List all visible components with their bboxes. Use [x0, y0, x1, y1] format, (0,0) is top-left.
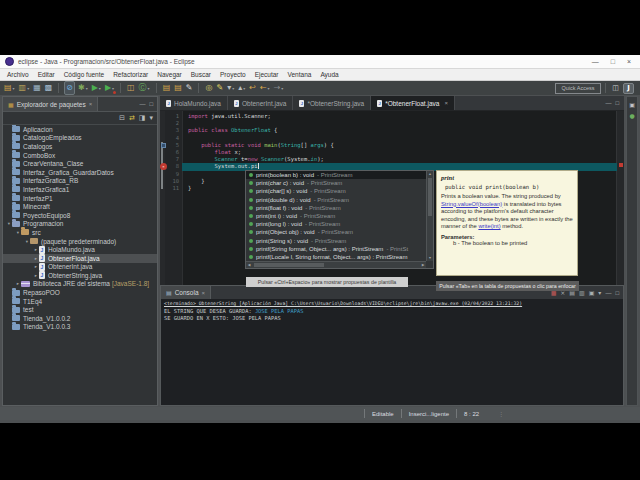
- debug-icon[interactable]: ✱▾: [77, 82, 89, 94]
- save-all-icon[interactable]: ▩: [44, 82, 54, 94]
- code-line[interactable]: import java.util.Scanner;: [188, 113, 271, 120]
- dropdown-arrow-icon[interactable]: ▾: [232, 86, 234, 91]
- java-perspective-button[interactable]: J: [623, 83, 634, 94]
- focus-active-task-icon[interactable]: ◨: [139, 113, 146, 123]
- tree-item-obtenerfloat-java[interactable]: ▸JObtenerFloat.java: [3, 254, 157, 263]
- overview-ruler[interactable]: [616, 111, 624, 285]
- scroll-up-icon[interactable]: ▲: [427, 171, 433, 177]
- new-menu-icon[interactable]: ▥▾: [18, 82, 31, 94]
- forward-icon[interactable]: →▾: [273, 82, 285, 94]
- error-overview-mark[interactable]: [619, 163, 623, 167]
- error-marker-icon[interactable]: ×: [160, 163, 167, 170]
- tree-item-combobox[interactable]: ComboBox: [3, 151, 157, 160]
- prev-annotation-icon[interactable]: ▴▾: [237, 82, 246, 94]
- dropdown-arrow-icon[interactable]: ▾: [27, 86, 29, 91]
- tree-item-t1eq4[interactable]: T1Eq4: [3, 297, 157, 306]
- assist-item[interactable]: print(char c) : void- PrintStream: [246, 179, 426, 187]
- tree-item-holamundo-java[interactable]: ▸JHolaMundo.java: [3, 245, 157, 254]
- scrollbar-thumb[interactable]: [428, 178, 432, 216]
- minimize-editor-button[interactable]: —: [605, 100, 611, 106]
- run-icon[interactable]: ▶▾: [91, 82, 102, 94]
- editor-tab-holamundo-java[interactable]: JHolaMundo.java: [160, 96, 228, 110]
- assist-item[interactable]: printf(String format, Object... args) : …: [246, 245, 426, 253]
- dropdown-arrow-icon[interactable]: ▾: [148, 86, 150, 91]
- tab-console[interactable]: ▤ Consola ×: [161, 286, 211, 299]
- assist-item[interactable]: print(int i) : void- PrintStream: [246, 212, 426, 220]
- collapse-all-icon[interactable]: ⊟: [119, 113, 125, 123]
- menu-proyecto[interactable]: Proyecto: [220, 71, 246, 78]
- close-console-icon[interactable]: ×: [202, 290, 206, 296]
- scroll-right-icon[interactable]: ▶: [420, 262, 426, 268]
- hscrollbar-thumb[interactable]: [254, 263, 324, 267]
- tree-item-poyectoequipo8[interactable]: PoyectoEquipo8: [3, 211, 157, 220]
- menu-ayuda[interactable]: Ayuda: [320, 71, 338, 78]
- menu-ejecutar[interactable]: Ejecutar: [255, 71, 279, 78]
- tree-item-crearventana-clase[interactable]: CrearVentana_Clase: [3, 159, 157, 168]
- mark-occurrences-icon[interactable]: ✎: [215, 82, 224, 94]
- menu-c-digo-fuente[interactable]: Código fuente: [64, 71, 104, 78]
- tree-item-minecraft[interactable]: Minecraft: [3, 202, 157, 211]
- skip-all-breakpoints-icon[interactable]: ⊘: [64, 81, 75, 95]
- code-line[interactable]: }: [188, 178, 205, 185]
- save-icon[interactable]: ▦: [32, 82, 42, 94]
- tree-item-tienda-v1-0-0-2[interactable]: Tienda_V1.0.0.2: [3, 314, 157, 323]
- code-line[interactable]: float x;: [188, 149, 241, 156]
- minimize-console-button[interactable]: —: [605, 290, 611, 296]
- tree-item-repasopoo[interactable]: RepasoPOO: [3, 288, 157, 297]
- tree-item-interfazgrafica1[interactable]: InterfazGrafica1: [3, 185, 157, 194]
- minimized-view-2-icon[interactable]: ●: [629, 112, 634, 119]
- quick-access-input[interactable]: Quick Access: [555, 83, 601, 94]
- assist-horizontal-scrollbar[interactable]: ◀ ▶: [246, 261, 426, 268]
- dropdown-arrow-icon[interactable]: ▾: [112, 86, 114, 91]
- tree-item-interfazgrafica-rb[interactable]: InterfazGrafica_RB: [3, 177, 157, 186]
- assist-item[interactable]: print(char[] s) : void- PrintStream: [246, 187, 426, 195]
- next-annotation-icon[interactable]: ▾▾: [226, 82, 235, 94]
- search-icon[interactable]: ◎: [204, 82, 213, 94]
- tree-item-obtenerstring-java[interactable]: ▸JObtenerString.java: [3, 271, 157, 280]
- tree-item-interfazp1[interactable]: InterfazP1: [3, 194, 157, 203]
- tree-item-programacion[interactable]: ▾Programacion: [3, 220, 157, 229]
- close-tab-icon[interactable]: ×: [444, 100, 448, 106]
- new-java-project-icon[interactable]: ◫: [126, 82, 136, 94]
- menu-ventana[interactable]: Ventana: [288, 71, 312, 78]
- project-tree[interactable]: AplicacionCatalogoEmpleadosCatalogosComb…: [3, 125, 157, 405]
- minimize-view-button[interactable]: —: [139, 101, 145, 107]
- run-last-problem-icon[interactable]: ▶▾: [104, 82, 115, 94]
- tree-item-interfaz-grafica-guardardatos[interactable]: Interfaz_Grafica_GuardarDatos: [3, 168, 157, 177]
- tree-item-paquete-predeterminado[interactable]: ▾(paquete predeterminado): [3, 237, 157, 246]
- last-edit-location-icon[interactable]: ↩: [248, 82, 257, 94]
- javadoc-link[interactable]: String.valueOf(boolean): [441, 201, 502, 207]
- code-line[interactable]: public class ObtenerFloat {: [188, 127, 277, 134]
- console-output[interactable]: <terminado> ObtenerString [Aplicación Ja…: [161, 299, 623, 405]
- assist-item[interactable]: print(Object obj) : void- PrintStream: [246, 228, 426, 236]
- tree-item-obtenerint-java[interactable]: ▸JObtenerInt.java: [3, 263, 157, 272]
- tree-item-biblioteca-jre-del-sistema[interactable]: ▸Biblioteca JRE del sistema[JavaSE-1.8]: [3, 280, 157, 289]
- maximize-editor-button[interactable]: □: [615, 100, 619, 106]
- line-number-gutter[interactable]: 1234567891011: [165, 111, 183, 285]
- dropdown-arrow-icon[interactable]: ▾: [243, 86, 245, 91]
- scroll-left-icon[interactable]: ◀: [246, 262, 252, 268]
- maximize-button[interactable]: □: [611, 55, 615, 69]
- tab-package-explorer[interactable]: ▦ Explorador de paquetes ×: [3, 97, 98, 111]
- back-icon[interactable]: ←▾: [259, 82, 271, 94]
- close-button[interactable]: ×: [627, 55, 631, 69]
- launch-marker-icon[interactable]: [161, 143, 166, 148]
- assist-item[interactable]: print(String s) : void- PrintStream: [246, 237, 426, 245]
- open-type-icon[interactable]: ▤: [162, 82, 172, 94]
- new-class-icon[interactable]: Ⓒ▾: [138, 82, 151, 94]
- menu-editar[interactable]: Editar: [38, 71, 55, 78]
- code-line[interactable]: public static void main(String[] args) {: [188, 142, 334, 149]
- maximize-console-button[interactable]: □: [615, 290, 619, 296]
- dropdown-arrow-icon[interactable]: ▾: [13, 86, 15, 91]
- assist-item[interactable]: print(boolean b) : void- PrintStream: [246, 171, 426, 179]
- editor-tab-obtenerint-java[interactable]: JObtenerInt.java: [228, 96, 293, 110]
- menu-buscar[interactable]: Buscar: [191, 71, 211, 78]
- dropdown-arrow-icon[interactable]: ▾: [281, 86, 283, 91]
- code-line[interactable]: }: [188, 185, 191, 192]
- open-perspective-button[interactable]: ◫: [610, 83, 621, 94]
- new-wizard-icon[interactable]: ▤▾: [3, 82, 16, 94]
- dropdown-arrow-icon[interactable]: ▾: [268, 86, 270, 91]
- tree-item-catalogoempleados[interactable]: CatalogoEmpleados: [3, 134, 157, 143]
- view-menu-icon[interactable]: ▾: [149, 113, 153, 123]
- scroll-lock-icon[interactable]: ▥: [579, 288, 585, 298]
